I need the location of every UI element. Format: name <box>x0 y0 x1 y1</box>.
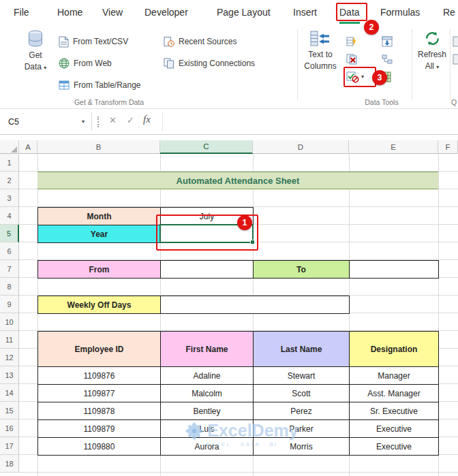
to-value-cell[interactable] <box>350 261 439 279</box>
table-cell[interactable]: Aurora <box>161 438 254 456</box>
col-header-d[interactable]: D <box>253 140 349 154</box>
row-header-16[interactable]: 16 <box>0 419 19 437</box>
from-table-range-button[interactable]: From Table/Range <box>59 77 141 93</box>
tab-file[interactable]: File <box>14 0 29 24</box>
tab-developer[interactable]: Developer <box>144 0 188 24</box>
remove-duplicates-icon <box>346 54 357 65</box>
row-header-13[interactable]: 13 <box>0 366 19 384</box>
consolidate-button[interactable] <box>382 33 393 50</box>
weekly-off-label-cell[interactable]: Weekly Off Days <box>38 296 161 314</box>
clipped-ribbon-button[interactable] <box>453 33 458 50</box>
row-header-18[interactable]: 18 <box>0 455 19 473</box>
existing-connections-button[interactable]: Existing Connections <box>164 55 255 72</box>
row-header-8[interactable]: 8 <box>0 278 19 296</box>
recent-sources-button[interactable]: Recent Sources <box>164 33 236 50</box>
row-header-17[interactable]: 17 <box>0 437 19 455</box>
table-cell[interactable]: 1109877 <box>38 385 161 402</box>
col-header-c[interactable]: C <box>160 140 253 154</box>
from-value-cell[interactable] <box>161 261 254 279</box>
table-cell[interactable]: 1109876 <box>38 367 161 385</box>
formula-bar-separator <box>91 112 92 131</box>
table-cell[interactable]: Scott <box>254 385 350 402</box>
sheet-title: Automated Attendance Sheet <box>37 172 438 189</box>
ribbon-separator <box>412 29 412 100</box>
designation-header[interactable]: Designation <box>350 332 439 367</box>
table-cell[interactable]: 1109879 <box>38 420 161 438</box>
year-label-cell[interactable]: Year <box>38 225 161 243</box>
table-cell[interactable]: Executive <box>350 438 439 456</box>
table-cell[interactable]: Parker <box>254 420 350 438</box>
row-header-2[interactable]: 2 <box>0 172 19 189</box>
grid[interactable]: 1 2 3 4 5 6 7 8 9 10 11 12 13 14 15 16 1… <box>0 154 458 476</box>
group-label-get-transform: Get & Transform Data <box>25 98 194 106</box>
row-header-12[interactable]: 12 <box>0 349 19 366</box>
tab-home[interactable]: Home <box>57 0 82 24</box>
to-label-cell[interactable]: To <box>254 261 350 279</box>
from-web-button[interactable]: From Web <box>59 55 112 72</box>
table-cell[interactable]: Bentley <box>161 402 254 420</box>
select-all-corner[interactable] <box>0 140 19 154</box>
row-header-11[interactable]: 11 <box>0 331 19 349</box>
row-header-9[interactable]: 9 <box>0 296 19 313</box>
table-cell[interactable]: Adaline <box>161 367 254 385</box>
row-header-6[interactable]: 6 <box>0 242 19 260</box>
cancel-icon[interactable]: ✕ <box>109 115 117 125</box>
relationships-button[interactable] <box>382 51 393 67</box>
employee-id-header[interactable]: Employee ID <box>38 332 161 367</box>
col-header-b[interactable]: B <box>37 140 160 154</box>
row-header-4[interactable]: 4 <box>0 207 19 225</box>
table-cell[interactable]: Perez <box>254 402 350 420</box>
flash-fill-button[interactable] <box>346 33 357 50</box>
first-name-header[interactable]: First Name <box>161 332 254 367</box>
tab-insert[interactable]: Insert <box>293 0 317 24</box>
text-to-columns-button[interactable]: Text to Columns <box>300 29 341 71</box>
col-header-f[interactable]: F <box>438 140 458 154</box>
enter-icon[interactable]: ✓ <box>127 115 134 125</box>
ribbon-tab-bar: File Home View Developer Page Layout Ins… <box>0 0 458 24</box>
last-name-header[interactable]: Last Name <box>254 332 350 367</box>
table-cell[interactable]: 1109880 <box>38 438 161 456</box>
row-header-10[interactable]: 10 <box>0 313 19 331</box>
tab-page-layout[interactable]: Page Layout <box>217 0 271 24</box>
annotation-step-3-badge: 3 <box>372 70 387 85</box>
col-header-e[interactable]: E <box>349 140 438 154</box>
table-cell[interactable]: 1109878 <box>38 402 161 420</box>
annotation-box-data-tab <box>336 3 367 21</box>
clipped-ribbon-button[interactable] <box>453 51 458 67</box>
from-label-cell[interactable]: From <box>38 261 161 279</box>
insert-function-icon[interactable]: fx <box>143 114 151 125</box>
remove-duplicates-button[interactable] <box>346 51 357 67</box>
row-header-7[interactable]: 7 <box>0 260 19 278</box>
tab-formulas[interactable]: Formulas <box>380 0 420 24</box>
corner-triangle-icon <box>11 146 17 153</box>
row-header-14[interactable]: 14 <box>0 384 19 402</box>
table-cell[interactable]: Manager <box>350 367 439 385</box>
table-cell[interactable]: Sr. Executive <box>350 402 439 420</box>
row-header-3[interactable]: 3 <box>0 189 19 207</box>
table-cell[interactable]: Stewart <box>254 367 350 385</box>
tab-view[interactable]: View <box>102 0 123 24</box>
table-cell[interactable]: Malcolm <box>161 385 254 402</box>
table-cell[interactable]: Executive <box>350 420 439 438</box>
excel-window: File Home View Developer Page Layout Ins… <box>0 0 458 476</box>
refresh-all-button[interactable]: Refresh All ▾ <box>413 29 451 71</box>
month-label-cell[interactable]: Month <box>38 208 161 225</box>
get-data-button[interactable]: Get Data ▾ <box>16 29 55 72</box>
weekly-off-value-cell[interactable] <box>161 296 350 314</box>
table-cell[interactable]: Asst. Manager <box>350 385 439 402</box>
row-header-1[interactable]: 1 <box>0 154 19 172</box>
from-text-csv-button[interactable]: From Text/CSV <box>59 33 128 50</box>
formula-bar-splitter[interactable] <box>97 116 99 127</box>
globe-icon <box>59 58 70 69</box>
tab-review-clipped[interactable]: Re <box>443 0 455 24</box>
formula-input[interactable] <box>162 112 458 131</box>
row-header-5[interactable]: 5 <box>0 225 19 242</box>
ribbon-data-tab-contents: Get Data ▾ From Text/CSV From Web From T… <box>0 24 458 109</box>
table-cell[interactable]: Luis <box>161 420 254 438</box>
row-header-15[interactable]: 15 <box>0 402 19 419</box>
name-box[interactable]: C5 ▾ <box>0 112 91 131</box>
col-header-a[interactable]: A <box>19 140 37 154</box>
refresh-all-label-line2: All ▾ <box>425 61 440 71</box>
table-cell[interactable]: Morris <box>254 438 350 456</box>
worksheet: A B C D E F 1 2 3 4 5 6 7 8 9 <box>0 140 458 476</box>
